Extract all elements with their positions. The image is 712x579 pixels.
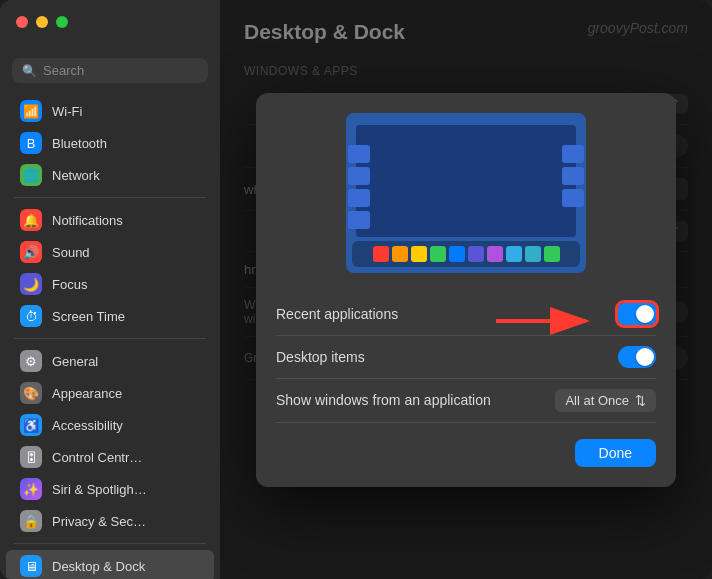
dock-app-2 [392, 246, 408, 262]
desktop-items-label: Desktop items [276, 349, 365, 365]
modal-select-row: Show windows from an application All at … [276, 379, 656, 423]
sidebar-label-bluetooth: Bluetooth [52, 136, 107, 151]
modal-footer: Done [276, 439, 656, 467]
sidebar-item-siri[interactable]: ✨ Siri & Spotligh… [6, 473, 214, 505]
show-windows-dropdown[interactable]: All at Once ⇅ [555, 389, 656, 412]
sidebar-item-focus[interactable]: 🌙 Focus [6, 268, 214, 300]
dock-app-4 [430, 246, 446, 262]
screentime-icon: ⏱ [20, 305, 42, 327]
done-button[interactable]: Done [575, 439, 656, 467]
fullscreen-button[interactable] [56, 16, 68, 28]
sidebar-label-accessibility: Accessibility [52, 418, 123, 433]
dock-app-3 [411, 246, 427, 262]
sidebar-item-control[interactable]: 🎛 Control Centr… [6, 441, 214, 473]
sidebar-item-appearance[interactable]: 🎨 Appearance [6, 377, 214, 409]
sidebar-label-siri: Siri & Spotligh… [52, 482, 147, 497]
sidebar-label-privacy: Privacy & Sec… [52, 514, 146, 529]
sidebar-label-wifi: Wi-Fi [52, 104, 82, 119]
sidebar-label-desktop: Desktop & Dock [52, 559, 145, 574]
sidebar-item-screentime[interactable]: ⏱ Screen Time [6, 300, 214, 332]
modal-row-recent-apps: Recent applications [276, 293, 656, 336]
modal-row-desktop-items: Desktop items [276, 336, 656, 379]
recent-apps-toggle-knob [636, 305, 654, 323]
sidebar-label-screentime: Screen Time [52, 309, 125, 324]
main-content: Desktop & Dock groovyPost.com Windows & … [220, 0, 712, 579]
appearance-icon: 🎨 [20, 382, 42, 404]
sidebar-item-bluetooth[interactable]: B Bluetooth [6, 127, 214, 159]
sidebar: 🔍 📶 Wi-Fi B Bluetooth 🌐 Network 🔔 Notifi… [0, 0, 220, 579]
sidebar-label-network: Network [52, 168, 100, 183]
dock-left-icons [348, 145, 370, 229]
minimize-button[interactable] [36, 16, 48, 28]
wifi-icon: 📶 [20, 100, 42, 122]
sidebar-item-notifications[interactable]: 🔔 Notifications [6, 204, 214, 236]
sidebar-label-notifications: Notifications [52, 213, 123, 228]
dock-icon-left-2 [348, 167, 370, 185]
sidebar-item-general[interactable]: ⚙ General [6, 345, 214, 377]
search-icon: 🔍 [22, 64, 37, 78]
dock-app-7 [487, 246, 503, 262]
dock-icon-right-1 [562, 145, 584, 163]
traffic-lights [16, 16, 68, 28]
desktop-icon: 🖥 [20, 555, 42, 577]
notifications-icon: 🔔 [20, 209, 42, 231]
close-button[interactable] [16, 16, 28, 28]
sidebar-label-general: General [52, 354, 98, 369]
sidebar-label-sound: Sound [52, 245, 90, 260]
show-windows-updown-icon: ⇅ [635, 393, 646, 408]
dock-illustration [346, 113, 586, 273]
dock-icon-left-4 [348, 211, 370, 229]
sidebar-label-appearance: Appearance [52, 386, 122, 401]
dock-app-10 [544, 246, 560, 262]
siri-icon: ✨ [20, 478, 42, 500]
sound-icon: 🔊 [20, 241, 42, 263]
dock-app-8 [506, 246, 522, 262]
desktop-items-toggle[interactable] [618, 346, 656, 368]
privacy-icon: 🔒 [20, 510, 42, 532]
sidebar-item-desktop[interactable]: 🖥 Desktop & Dock [6, 550, 214, 579]
dock-icon-left-3 [348, 189, 370, 207]
recent-apps-toggle[interactable] [618, 303, 656, 325]
sidebar-divider-3 [14, 543, 206, 544]
search-bar[interactable]: 🔍 [12, 58, 208, 83]
sidebar-label-focus: Focus [52, 277, 87, 292]
sidebar-item-wifi[interactable]: 📶 Wi-Fi [6, 95, 214, 127]
sidebar-label-control: Control Centr… [52, 450, 142, 465]
dock-right-icons [562, 145, 584, 207]
general-icon: ⚙ [20, 350, 42, 372]
network-icon: 🌐 [20, 164, 42, 186]
dock-app-1 [373, 246, 389, 262]
focus-icon: 🌙 [20, 273, 42, 295]
main-window: 🔍 📶 Wi-Fi B Bluetooth 🌐 Network 🔔 Notifi… [0, 0, 712, 579]
dock-icon-left-1 [348, 145, 370, 163]
control-icon: 🎛 [20, 446, 42, 468]
search-input[interactable] [43, 63, 198, 78]
dock-icon-right-2 [562, 167, 584, 185]
show-windows-label: Show windows from an application [276, 392, 491, 408]
dock-app-9 [525, 246, 541, 262]
modal-overlay: Recent applications Desktop items [220, 0, 712, 579]
dock-bar [352, 241, 580, 267]
dock-screen [356, 125, 576, 237]
sidebar-item-network[interactable]: 🌐 Network [6, 159, 214, 191]
sidebar-item-privacy[interactable]: 🔒 Privacy & Sec… [6, 505, 214, 537]
recent-apps-label: Recent applications [276, 306, 398, 322]
modal-dialog: Recent applications Desktop items [256, 93, 676, 487]
sidebar-item-sound[interactable]: 🔊 Sound [6, 236, 214, 268]
dock-app-6 [468, 246, 484, 262]
accessibility-icon: ♿ [20, 414, 42, 436]
show-windows-value: All at Once [565, 393, 629, 408]
bluetooth-icon: B [20, 132, 42, 154]
dock-icon-right-3 [562, 189, 584, 207]
sidebar-item-accessibility[interactable]: ♿ Accessibility [6, 409, 214, 441]
sidebar-divider-1 [14, 197, 206, 198]
desktop-items-toggle-knob [636, 348, 654, 366]
dock-app-5 [449, 246, 465, 262]
sidebar-divider-2 [14, 338, 206, 339]
